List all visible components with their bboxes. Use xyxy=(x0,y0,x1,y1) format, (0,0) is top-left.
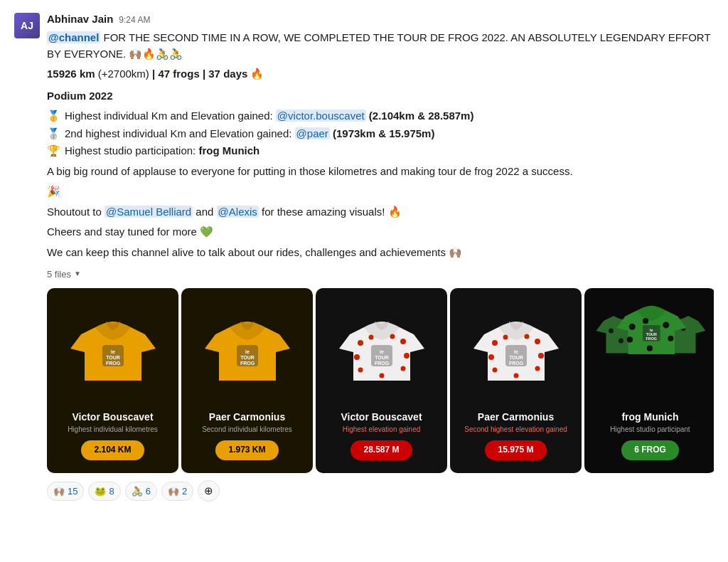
add-reaction-icon: ⊕ xyxy=(204,483,213,499)
svg-text:TOUR: TOUR xyxy=(375,355,389,360)
mention-victor[interactable]: @victor.bouscavet xyxy=(276,110,366,122)
add-reaction-button[interactable]: ⊕ xyxy=(198,480,220,502)
trophy-icon: 🏆 xyxy=(47,143,60,159)
shirt-frog-munich: le TOUR FROG xyxy=(594,295,707,395)
card-paer-polka[interactable]: le TOUR FROG Paer Carmonius Second highe… xyxy=(450,288,582,473)
reaction-count-1: 15 xyxy=(68,484,77,498)
svg-text:le: le xyxy=(380,349,384,354)
mention-samuel[interactable]: @Samuel Belliard xyxy=(105,206,193,218)
svg-text:TOUR: TOUR xyxy=(509,355,523,360)
card-subtitle-4: Second highest elevation gained xyxy=(464,425,567,435)
reaction-raise[interactable]: 🙌🏽 2 xyxy=(161,482,193,501)
svg-point-10 xyxy=(400,339,406,344)
card-bottom-3: Victor Bouscavet Highest elevation gaine… xyxy=(341,410,422,460)
message: AJ Abhinav Jain 9:24 AM @channel FOR THE… xyxy=(0,0,728,510)
card-victor-polka[interactable]: le TOUR FROG Victor Bouscavet Highest el… xyxy=(316,288,447,473)
svg-point-11 xyxy=(390,334,395,339)
svg-text:FROG: FROG xyxy=(508,361,523,366)
card-name-4: Paer Carmonius xyxy=(464,410,567,423)
card-badge-3: 28.587 M xyxy=(350,440,412,460)
cards-row: le TOUR FROG Victor Bouscavet Highest in… xyxy=(47,288,714,473)
cheers-line: Cheers and stay tuned for more 💚 xyxy=(47,224,714,240)
svg-point-9 xyxy=(368,335,373,340)
mention-paer[interactable]: @paer xyxy=(295,127,330,139)
card-badge-4: 15.975 M xyxy=(485,440,546,460)
svg-text:FROG: FROG xyxy=(646,336,656,341)
card-name-3: Victor Bouscavet xyxy=(341,410,422,423)
svg-point-12 xyxy=(354,354,360,360)
reaction-count-3: 6 xyxy=(146,484,151,498)
reaction-frog[interactable]: 🐸 8 xyxy=(88,482,120,501)
card-victor-yellow[interactable]: le TOUR FROG Victor Bouscavet Highest in… xyxy=(47,288,178,473)
svg-point-23 xyxy=(535,339,540,344)
svg-text:TOUR: TOUR xyxy=(106,355,120,360)
svg-point-15 xyxy=(400,366,405,371)
timestamp: 9:24 AM xyxy=(119,14,150,27)
svg-text:le: le xyxy=(245,349,250,354)
podium-2-text: 2nd highest individual Km and Elevation … xyxy=(65,126,434,142)
party-line: 🎉 xyxy=(47,184,714,200)
svg-point-14 xyxy=(358,368,363,373)
svg-point-27 xyxy=(492,368,497,373)
card-subtitle-5: Highest studio participant xyxy=(610,425,690,435)
svg-text:FROG: FROG xyxy=(240,361,255,366)
card-paer-yellow[interactable]: le TOUR FROG Paer Carmonius Second indiv… xyxy=(181,288,313,473)
svg-text:le: le xyxy=(514,349,518,354)
card-subtitle-3: Highest elevation gained xyxy=(341,425,422,435)
channel-mention[interactable]: @channel xyxy=(47,31,100,43)
reaction-count-4: 2 xyxy=(182,484,187,498)
svg-point-24 xyxy=(524,334,529,339)
files-label: 5 files xyxy=(47,267,71,281)
svg-point-28 xyxy=(535,366,540,371)
svg-text:le: le xyxy=(650,328,653,332)
card-badge-5: 6 FROG xyxy=(621,440,679,460)
medal-2: 🥈 xyxy=(47,126,60,142)
chevron-down-icon: ▼ xyxy=(74,269,81,280)
reaction-emoji-1: 🙌🏽 xyxy=(53,484,65,498)
podium-3-text: Highest studio participation: frog Munic… xyxy=(65,143,259,159)
mention-alexis[interactable]: @Alexis xyxy=(217,206,259,218)
svg-point-16 xyxy=(379,373,384,378)
svg-point-21 xyxy=(492,340,498,346)
card-name-2: Paer Carmonius xyxy=(202,410,292,423)
shirt-victor-yellow: le TOUR FROG xyxy=(63,302,163,402)
card-subtitle-2: Second individual kilometres xyxy=(202,425,292,435)
card-bottom-5: frog Munich Highest studio participant 6… xyxy=(610,410,690,460)
reactions-row: 🙌🏽 15 🐸 8 🚴 6 🙌🏽 2 ⊕ xyxy=(47,480,714,502)
stats-line: 15926 km (+2700km) | 47 frogs | 37 days … xyxy=(47,66,714,83)
shoutout-line: Shoutout to @Samuel Belliard and @Alexis… xyxy=(47,204,714,221)
avatar: AJ xyxy=(14,13,40,38)
files-toggle[interactable]: 5 files ▼ xyxy=(47,267,714,281)
svg-point-44 xyxy=(668,336,673,341)
svg-point-8 xyxy=(358,340,363,346)
card-name-1: Victor Bouscavet xyxy=(68,410,158,423)
podium-item-2: 🥈 2nd highest individual Km and Elevatio… xyxy=(47,126,714,142)
svg-point-22 xyxy=(503,335,508,340)
card-bottom-2: Paer Carmonius Second individual kilomet… xyxy=(202,410,292,460)
message-body: Abhinav Jain 9:24 AM @channel FOR THE SE… xyxy=(47,11,714,502)
reaction-bike[interactable]: 🚴 6 xyxy=(125,482,157,501)
svg-text:FROG: FROG xyxy=(105,361,120,366)
svg-point-41 xyxy=(643,318,648,324)
reaction-count-2: 8 xyxy=(109,484,114,498)
announce-text: FOR THE SECOND TIME IN A ROW, WE COMPLET… xyxy=(47,31,710,60)
svg-text:FROG: FROG xyxy=(374,361,389,366)
applause-line: A big big round of applause to everyone … xyxy=(47,164,714,180)
channel-alive-line: We can keep this channel alive to talk a… xyxy=(47,245,714,261)
card-name-5: frog Munich xyxy=(610,410,690,423)
reaction-emoji-4: 🙌🏽 xyxy=(168,484,179,498)
sender-name: Abhinav Jain xyxy=(47,11,113,27)
shirt-paer-yellow: le TOUR FROG xyxy=(198,302,297,402)
reaction-highfive[interactable]: 🙌🏽 15 xyxy=(47,482,84,501)
svg-text:le: le xyxy=(111,349,115,354)
podium-1-text: Highest individual Km and Elevation gain… xyxy=(65,108,473,124)
card-frog-munich[interactable]: le TOUR FROG frog Munich Highest studio … xyxy=(584,288,714,473)
svg-point-45 xyxy=(646,346,652,351)
line-channel-announce: @channel FOR THE SECOND TIME IN A ROW, W… xyxy=(47,30,714,62)
card-bottom-1: Victor Bouscavet Highest individual kilo… xyxy=(68,410,158,460)
podium-item-3: 🏆 Highest studio participation: frog Mun… xyxy=(47,143,714,159)
card-subtitle-1: Highest individual kilometres xyxy=(68,425,158,435)
reaction-emoji-2: 🐸 xyxy=(95,484,106,498)
message-header: Abhinav Jain 9:24 AM xyxy=(47,11,714,27)
medal-1: 🥇 xyxy=(47,108,60,124)
